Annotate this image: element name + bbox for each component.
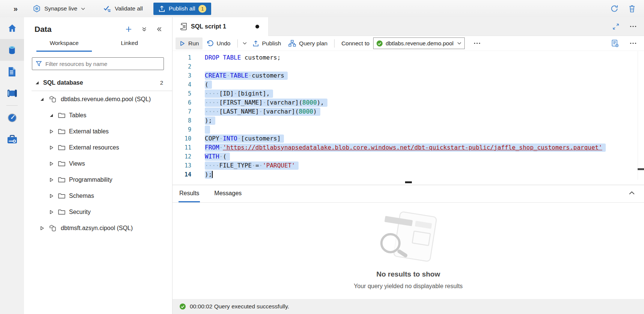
line-text: FROM·'https://dbtlabsynapsedatalake.blob… xyxy=(205,144,606,152)
code-line-13[interactable]: 13····FILE_TYPE·=·'PARQUET' xyxy=(173,161,644,170)
line-text: WITH·( xyxy=(205,153,230,161)
code-line-12[interactable]: 12WITH·( xyxy=(173,152,644,161)
query-plan-button[interactable]: Query plan xyxy=(285,37,331,49)
collapse-all-icon[interactable] xyxy=(141,26,147,32)
publish-all-button[interactable]: Publish all 1 xyxy=(153,3,212,15)
rail-item-data[interactable] xyxy=(0,39,24,61)
tab-messages[interactable]: Messages xyxy=(213,185,242,202)
rail-item-home[interactable] xyxy=(0,17,24,39)
environment-selector[interactable]: Synapse live xyxy=(33,4,86,13)
tree-item-external-resources[interactable]: External resources xyxy=(24,139,172,156)
code-line-14[interactable]: 14); xyxy=(173,170,644,179)
line-text: DROP TABLE customers; xyxy=(205,54,281,62)
expand-panel-button[interactable]: » xyxy=(14,4,18,13)
empty-state-title: No results to show xyxy=(377,270,440,278)
collapse-twisty-icon[interactable] xyxy=(35,81,39,85)
panel-resize-handle[interactable] xyxy=(173,180,644,185)
rail-item-manage[interactable] xyxy=(0,129,24,150)
expand-twisty-icon[interactable] xyxy=(49,161,54,166)
tab-results[interactable]: Results xyxy=(179,185,200,202)
collapse-twisty-icon[interactable] xyxy=(49,114,54,117)
code-line-1[interactable]: 1DROP TABLE customers; xyxy=(173,53,644,62)
rail-item-integrate[interactable] xyxy=(0,82,24,104)
empty-state-subtitle: Your query yielded no displayable result… xyxy=(354,283,462,290)
line-text: ····[FIRST_NAME]·[varchar](8000), xyxy=(205,99,327,107)
run-button[interactable]: Run xyxy=(176,37,203,49)
code-line-11[interactable]: 11FROM·'https://dbtlabsynapsedatalake.bl… xyxy=(173,143,644,152)
expand-twisty-icon[interactable] xyxy=(39,226,44,230)
code-line-10[interactable]: 10COPY·INTO·[customers] xyxy=(173,134,644,143)
scrollbar-thumb[interactable] xyxy=(638,168,644,170)
publish-button[interactable]: Publish xyxy=(249,37,285,49)
line-text: ····FILE_TYPE·=·'PARQUET' xyxy=(205,161,299,170)
more-tab-actions-icon[interactable] xyxy=(630,25,636,27)
code-line-3[interactable]: 3CREATE·TABLE·customers xyxy=(173,71,644,80)
line-text: ); xyxy=(205,170,213,179)
line-number: 2 xyxy=(173,63,191,71)
no-results-illustration xyxy=(367,210,450,266)
line-text: ····[ID]·[bigint], xyxy=(205,90,273,98)
tree-item-dbtlabs-revenue-demo-pool-sql[interactable]: dbtlabs.revenue.demo.pool (SQL) xyxy=(24,91,172,107)
expand-editor-icon[interactable] xyxy=(612,23,619,30)
text-cursor xyxy=(212,171,213,178)
collapse-results-icon[interactable] xyxy=(629,191,635,195)
code-line-6[interactable]: 6····[FIRST_NAME]·[varchar](8000), xyxy=(173,98,644,107)
tab-linked[interactable]: Linked xyxy=(103,40,156,52)
connected-status-icon xyxy=(376,40,383,47)
tree-item-security[interactable]: Security xyxy=(24,204,172,220)
code-line-7[interactable]: 7····[LAST_NAME]·[varchar](8000) xyxy=(173,107,644,116)
status-bar: 00:00:02 Query executed successfully. xyxy=(173,299,644,314)
expand-twisty-icon[interactable] xyxy=(49,194,54,198)
add-resource-icon[interactable] xyxy=(125,25,132,33)
folder-icon xyxy=(58,177,65,182)
tree-item-count: 2 xyxy=(160,79,163,86)
properties-icon[interactable] xyxy=(611,39,619,48)
code-line-8[interactable]: 8); xyxy=(173,116,644,125)
tree-item-label: Security xyxy=(69,209,91,215)
discard-icon[interactable] xyxy=(628,4,636,13)
code-line-2[interactable]: 2 xyxy=(173,62,644,71)
tree-item-dbtmsft-azsyn-cipool-sql[interactable]: dbtmsft.azsyn.cipool (SQL) xyxy=(24,220,172,236)
code-line-5[interactable]: 5····[ID]·[bigint], xyxy=(173,89,644,98)
refresh-icon[interactable] xyxy=(610,4,618,13)
chevron-down-icon xyxy=(81,6,86,11)
line-text: CREATE·TABLE·customers xyxy=(205,72,288,80)
validate-icon xyxy=(103,5,111,12)
expand-twisty-icon[interactable] xyxy=(49,145,54,150)
tab-workspace[interactable]: Workspace xyxy=(36,40,92,52)
code-line-4[interactable]: 4( xyxy=(173,80,644,89)
connection-dropdown[interactable]: dbtlabs.revenue.demo.pool xyxy=(373,37,465,49)
expand-twisty-icon[interactable] xyxy=(49,210,54,214)
validate-all-button[interactable]: Validate all xyxy=(103,5,143,12)
line-number: 5 xyxy=(173,90,191,98)
folder-icon xyxy=(58,129,65,134)
line-number: 9 xyxy=(173,126,191,134)
more-edit-actions-icon[interactable] xyxy=(241,41,249,46)
more-connect-options-icon[interactable] xyxy=(474,42,480,44)
collapse-panel-icon[interactable] xyxy=(156,26,162,32)
filter-input[interactable] xyxy=(45,61,160,67)
line-number: 14 xyxy=(173,170,191,179)
collapse-twisty-icon[interactable] xyxy=(39,97,44,101)
resize-grip-icon[interactable] xyxy=(405,181,412,183)
tree-item-external-tables[interactable]: External tables xyxy=(24,123,172,139)
undo-button[interactable]: Undo xyxy=(203,37,234,49)
manage-icon xyxy=(7,135,17,144)
code-line-9[interactable]: 9 xyxy=(173,125,644,134)
expand-twisty-icon[interactable] xyxy=(49,129,54,134)
sql-toolbar: Run Undo Publish Query plan Connect to d… xyxy=(173,36,644,51)
tab-sql-script-1[interactable]: SQL script 1 xyxy=(173,17,269,36)
tree-item-tables[interactable]: Tables xyxy=(24,107,172,123)
tree-item-programmability[interactable]: Programmability xyxy=(24,172,172,188)
run-label: Run xyxy=(188,40,199,47)
rail-item-develop[interactable] xyxy=(0,61,24,82)
filter-box xyxy=(32,57,164,70)
code-editor[interactable]: 1DROP TABLE customers;23CREATE·TABLE·cus… xyxy=(173,51,644,180)
play-icon xyxy=(179,40,185,46)
more-toolbar-actions-icon[interactable] xyxy=(630,42,636,44)
tree-item-schemas[interactable]: Schemas xyxy=(24,188,172,204)
rail-item-monitor[interactable] xyxy=(0,107,24,129)
tree-item-views[interactable]: Views xyxy=(24,156,172,172)
expand-twisty-icon[interactable] xyxy=(49,178,54,182)
tree-item-sql-database[interactable]: SQL database2 xyxy=(24,75,172,91)
